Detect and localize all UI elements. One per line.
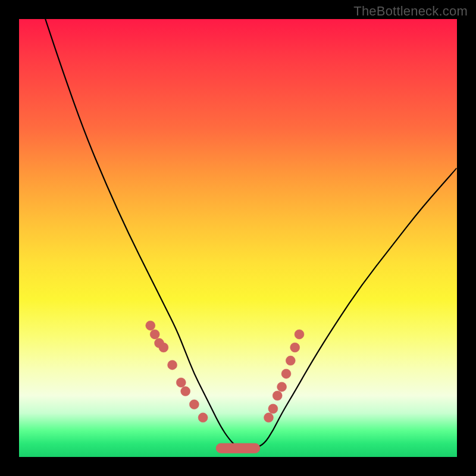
- chart-container: TheBottleneck.com: [0, 0, 476, 476]
- marker-dot: [281, 369, 291, 378]
- marker-bottom-rect: [216, 443, 260, 453]
- curve-svg: [19, 19, 457, 457]
- marker-dot: [290, 343, 300, 352]
- marker-dot: [168, 360, 177, 369]
- plot-area: [19, 19, 457, 457]
- marker-dot: [181, 387, 190, 396]
- marker-dot: [277, 382, 287, 392]
- marker-dot: [286, 356, 295, 365]
- marker-dot: [189, 400, 199, 409]
- marker-cluster-left: [146, 321, 208, 422]
- marker-dot: [198, 413, 208, 422]
- watermark-text: TheBottleneck.com: [353, 4, 468, 19]
- marker-dot: [295, 330, 304, 339]
- bottleneck-curve: [45, 19, 457, 448]
- marker-dot: [264, 413, 274, 422]
- marker-bottom-bar: [216, 443, 260, 453]
- marker-dot: [146, 321, 155, 330]
- marker-dot: [176, 378, 186, 387]
- marker-dot: [268, 404, 278, 414]
- marker-dot: [150, 330, 159, 339]
- marker-dot: [273, 391, 282, 400]
- marker-dot: [159, 343, 168, 352]
